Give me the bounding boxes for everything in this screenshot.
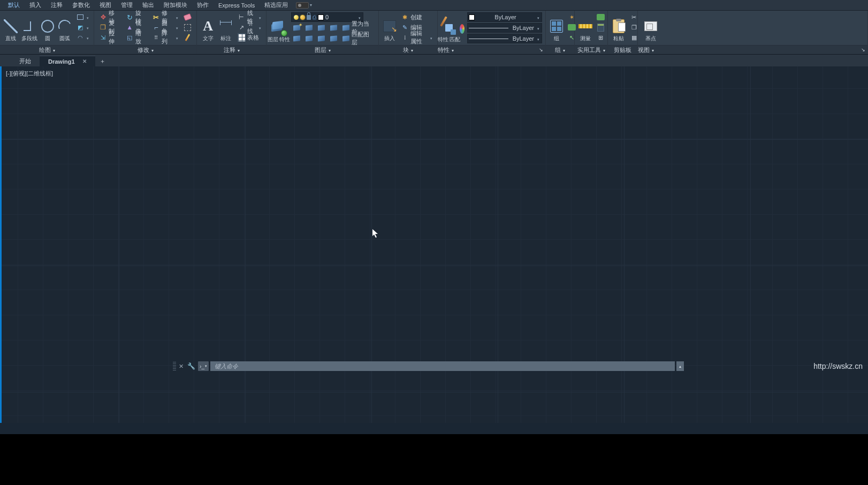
edit-attr-button[interactable]: ⁞编辑属性 [399, 33, 434, 42]
panel-prop-title: 特性 [438, 46, 450, 54]
color-select[interactable]: ByLayer [467, 12, 542, 22]
panel-layer: 图层 特性 ⎙ 0 置为当前 [267, 11, 379, 54]
array-button[interactable]: ⠿阵列 [150, 33, 180, 42]
insert-block-button[interactable]: 插入 [382, 12, 397, 42]
layer-properties-button[interactable]: 图层 特性 [270, 12, 288, 42]
lineweight-select[interactable]: ByLayer [467, 23, 542, 33]
customize-icon[interactable]: 🔧 [186, 362, 196, 370]
viewport-label[interactable]: [-][俯视][二维线框] [6, 70, 53, 78]
panel-modify-expand-icon[interactable] [150, 47, 154, 53]
circle-button[interactable]: 圆 [40, 12, 55, 42]
point-button[interactable]: ⊞ [595, 33, 606, 42]
panel-annotate-expand-icon[interactable] [237, 47, 240, 53]
color-wheel-icon[interactable] [460, 24, 465, 34]
menu-express[interactable]: Express Tools [214, 1, 260, 10]
layerbtn-6[interactable] [303, 34, 315, 43]
leader-button[interactable]: ↗引线 [236, 22, 263, 32]
paste-icon [613, 19, 625, 33]
quickcalc-button[interactable] [595, 22, 606, 32]
menu-annotate[interactable]: 注释 [46, 0, 67, 10]
drawing-canvas[interactable]: [-][俯视][二维线框] ✕ 🔧 ›_ ▴ http://swskz.cn [0, 66, 868, 423]
menu-default[interactable]: 默认 [3, 0, 25, 10]
cloud-dropdown-icon[interactable]: ▾ [310, 3, 312, 7]
dimension-button[interactable]: 标注 [218, 12, 233, 42]
panel-group-title: 组 [555, 46, 561, 54]
panel-group: 组 ✶ ↖ 组 [546, 11, 575, 54]
match-layer-button[interactable]: 匹配图层 [340, 34, 375, 43]
arc-icon [57, 18, 73, 35]
scale-button[interactable]: ◱缩放 [124, 33, 149, 42]
panel-prop-expand-icon[interactable] [451, 47, 454, 53]
erase-icon [184, 13, 192, 21]
tab-start[interactable]: 开始 [11, 56, 40, 66]
layer-icon [306, 35, 313, 41]
layerbtn-7[interactable] [316, 34, 327, 43]
layerbtn-1[interactable] [291, 23, 302, 33]
mouse-cursor-icon [372, 229, 379, 238]
layerbtn-2[interactable] [303, 23, 315, 33]
edit-button[interactable] [182, 33, 193, 42]
layerbtn-5[interactable] [291, 34, 302, 43]
history-up-icon[interactable]: ▴ [676, 361, 684, 371]
menu-bar: 默认 插入 注释 参数化 视图 管理 输出 附加模块 协作 Express To… [0, 0, 868, 11]
bottom-black-area [0, 434, 868, 485]
explode-button[interactable] [182, 22, 193, 32]
drag-handle-icon[interactable] [173, 362, 176, 370]
panel-block-title: 块 [403, 46, 409, 54]
paste-button[interactable]: 粘贴 [611, 12, 626, 42]
layerbtn-3[interactable] [316, 23, 327, 33]
command-prompt-icon[interactable]: ›_ [198, 361, 209, 371]
panel-block-expand-icon[interactable] [410, 47, 413, 53]
menu-featured[interactable]: 精选应用 [260, 0, 293, 10]
hatch-button[interactable]: ◩ [74, 22, 90, 32]
dialog-launcher-icon[interactable]: ↘ [861, 47, 865, 52]
table-button[interactable]: 表格 [236, 33, 263, 42]
move-icon: ✥ [99, 13, 107, 21]
panel-annotate-title: 注释 [224, 46, 235, 54]
rectangle-button[interactable] [74, 12, 90, 22]
measure-button[interactable]: 测量 [578, 12, 593, 42]
boundary-button[interactable]: ◠ [74, 33, 90, 42]
panel-draw-expand-icon[interactable] [52, 47, 55, 53]
panel-view-title: 视图 [638, 46, 650, 54]
layer-icon [330, 35, 337, 41]
match-prop-button[interactable]: 特性 匹配 [441, 12, 457, 42]
command-bar: ✕ 🔧 ›_ ▴ [173, 361, 684, 372]
dialog-launcher-icon[interactable]: ↘ [539, 47, 543, 52]
layerbtn-8[interactable] [328, 34, 339, 43]
menu-param[interactable]: 参数化 [67, 0, 95, 10]
tab-drawing1[interactable]: Drawing1✕ [40, 56, 95, 66]
group-button[interactable]: 组 [549, 12, 564, 42]
panel-view-expand-icon[interactable] [651, 47, 654, 53]
layerbtn-4[interactable] [328, 23, 339, 33]
cloud-toggle-icon[interactable] [296, 2, 309, 9]
text-button[interactable]: A文字 [200, 12, 216, 42]
panel-properties: 特性 匹配 ByLayer ByLayer ByLayer 特性↘ [438, 11, 546, 54]
polyline-button[interactable]: 多段线 [20, 12, 38, 42]
close-tab-icon[interactable]: ✕ [82, 58, 87, 64]
create-block-button[interactable]: ✱创建 [399, 12, 434, 22]
command-input[interactable] [210, 361, 675, 371]
base-button[interactable]: 基点 [641, 12, 660, 42]
stretch-button[interactable]: ⇲拉伸 [97, 33, 122, 42]
layer-icon [342, 35, 349, 41]
linetype-select[interactable]: ByLayer [467, 34, 542, 43]
line-button[interactable]: 直线 [3, 12, 18, 42]
explode-icon [184, 24, 191, 31]
base-icon [644, 21, 657, 31]
close-cmd-icon[interactable]: ✕ [178, 363, 185, 370]
arc-button[interactable]: 圆弧 [57, 12, 72, 42]
pencil-icon [185, 34, 191, 41]
panel-group-expand-icon[interactable] [562, 47, 565, 53]
erase-button[interactable] [182, 12, 193, 22]
menu-collab[interactable]: 协作 [192, 0, 214, 10]
panel-util-expand-icon[interactable] [602, 47, 605, 53]
bulb-on-icon [294, 15, 299, 20]
panel-layer-title: 图层 [315, 46, 326, 54]
menu-insert[interactable]: 插入 [25, 0, 46, 10]
panel-layer-expand-icon[interactable] [328, 47, 331, 53]
select-all-button[interactable] [595, 12, 606, 22]
tab-add[interactable]: ＋ [95, 56, 110, 66]
copy-clip-icon: ❐ [630, 24, 638, 32]
document-tabs: 开始 Drawing1✕ ＋ [0, 55, 868, 66]
